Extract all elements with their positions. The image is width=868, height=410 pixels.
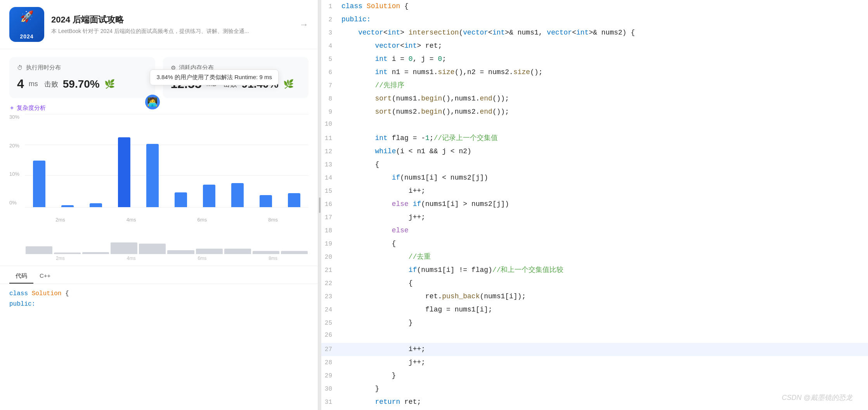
left-panel: 🚀 2024 2024 后端面试攻略 本 LeetBook 针对于 2024 后… <box>0 0 318 410</box>
line-content-17: j++; <box>341 211 868 224</box>
line-content-22: { <box>341 277 868 290</box>
code-line-10: 10 <box>321 119 868 132</box>
bar-group-7 <box>195 114 223 207</box>
code-line-9: 9 sort(nums2.begin(),nums2.end()); <box>321 106 868 119</box>
bar-7 <box>203 185 215 207</box>
bar-9 <box>260 195 272 207</box>
banner-title: 2024 后端面试攻略 <box>51 14 292 26</box>
line-content-23: ret.push_back(nums1[i]); <box>341 290 868 303</box>
chart-container: 30% 20% 10% 0% <box>9 114 308 223</box>
banner-arrow[interactable]: → <box>299 19 308 30</box>
chart2-section: 2ms 4ms 6ms 8ms <box>0 235 318 266</box>
line-content-2: public: <box>341 13 868 26</box>
line-content-25: } <box>341 317 868 329</box>
bar-8 <box>231 183 244 207</box>
line-content-28: j++; <box>341 356 868 369</box>
runtime-main: 4 ms 击败 59.70% 🌿 <box>17 77 147 91</box>
bar-1 <box>33 161 45 207</box>
line-content-3: vector<int> intersection(vector<int>& nu… <box>341 26 868 39</box>
line-num-31: 31 <box>321 397 341 408</box>
code-line-1: 1 class Solution { <box>321 0 868 13</box>
bar-group-8 <box>223 114 252 207</box>
right-panel-wrapper: 1 class Solution { 2 public: 3 vector<in… <box>321 0 868 410</box>
chart2-bar-4 <box>111 242 137 254</box>
line-num-5: 5 <box>321 54 341 66</box>
chart-tooltip: 3.84% 的用户使用了类似解法 Runtime: 9 ms <box>150 69 279 85</box>
code-editor[interactable]: 1 class Solution { 2 public: 3 vector<in… <box>321 0 868 410</box>
bar-group-6 <box>166 114 195 207</box>
line-num-18: 18 <box>321 225 341 237</box>
line-num-8: 8 <box>321 93 341 105</box>
line-num-10: 10 <box>321 119 341 130</box>
chart2-bar-10 <box>281 251 308 254</box>
line-content-4: vector<int> ret; <box>341 40 868 52</box>
line-num-16: 16 <box>321 199 341 211</box>
bar-group-2 <box>53 114 81 207</box>
code-line-24: 24 flag = nums1[i]; <box>321 303 868 317</box>
bar-2 <box>61 205 74 207</box>
line-content-31: return ret; <box>341 396 868 408</box>
line-content-14: if(nums1[i] < nums2[j]) <box>341 171 868 184</box>
tab-code[interactable]: 代码 <box>9 269 33 284</box>
chart2-bars-area <box>25 235 308 254</box>
line-num-25: 25 <box>321 318 341 329</box>
chart-section: 30% 20% 10% 0% <box>0 114 318 235</box>
line-num-2: 2 <box>321 14 341 26</box>
code-line-30: 30 } <box>321 382 868 396</box>
line-num-11: 11 <box>321 133 341 145</box>
y-label-0: 0% <box>9 200 19 206</box>
line-content-6: int n1 = nums1.size(),n2 = nums2.size(); <box>341 66 868 79</box>
code-line-26: 26 <box>321 330 868 343</box>
line-content-20: //去重 <box>341 251 868 263</box>
banner-year: 2024 <box>20 33 33 40</box>
line-num-6: 6 <box>321 67 341 79</box>
bar-group-1 <box>25 114 53 207</box>
line-num-29: 29 <box>321 370 341 382</box>
code-line-21: 21 if(nums1[i] != flag)//和上一个交集值比较 <box>321 264 868 277</box>
banner-icon: 🚀 2024 <box>9 7 44 42</box>
bar-group-4 <box>110 114 138 207</box>
rocket-icon: 🚀 <box>20 10 34 23</box>
line-content-13: { <box>341 158 868 171</box>
diamond-icon: ✦ <box>9 104 14 112</box>
code-line-3: 3 vector<int> intersection(vector<int>& … <box>321 26 868 40</box>
runtime-card: ⏱ 执行用时分布 4 ms 击败 59.70% 🌿 <box>9 57 155 98</box>
y-label-30: 30% <box>9 114 19 120</box>
line-content-24: flag = nums1[i]; <box>341 303 868 316</box>
line-num-4: 4 <box>321 41 341 52</box>
complexity-label: 复杂度分析 <box>17 104 46 112</box>
tab-cpp[interactable]: C++ <box>33 269 57 284</box>
banner-text: 2024 后端面试攻略 本 LeetBook 针对于 2024 后端岗位的面试高… <box>51 14 292 35</box>
line-content-1: class Solution { <box>341 0 868 13</box>
tooltip-text: 3.84% 的用户使用了类似解法 Runtime: 9 ms <box>156 74 272 80</box>
code-line-14: 14 if(nums1[i] < nums2[j]) <box>321 171 868 185</box>
chart2-bar-2 <box>54 253 81 254</box>
gridline-0 <box>25 207 308 208</box>
code-snippet: class Solution { public: <box>0 284 318 410</box>
code-line-17: 17 j++; <box>321 211 868 224</box>
line-num-13: 13 <box>321 159 341 171</box>
code-line-8: 8 sort(nums1.begin(),nums1.end()); <box>321 92 868 106</box>
bar-group-9 <box>252 114 280 207</box>
chart2-bar-1 <box>26 246 52 254</box>
chart-x-labels: 2ms 4ms 6ms 8ms <box>25 217 308 223</box>
bar-5-user <box>146 144 159 207</box>
chart2-x-2ms: 2ms <box>56 256 65 261</box>
banner[interactable]: 🚀 2024 2024 后端面试攻略 本 LeetBook 针对于 2024 后… <box>0 0 318 49</box>
chart2-bar-7 <box>196 249 223 254</box>
chart-y-labels: 30% 20% 10% 0% <box>9 114 19 207</box>
code-line-11: 11 int flag = -1;//记录上一个交集值 <box>321 132 868 145</box>
code-line-19: 19 { <box>321 237 868 251</box>
line-num-28: 28 <box>321 357 341 369</box>
line-content-27: i++; <box>341 343 868 356</box>
bar-10 <box>288 193 300 207</box>
bar-6 <box>175 192 187 207</box>
chart2-bar-3 <box>82 252 109 254</box>
code-line-5: 5 int i = 0, j = 0; <box>321 53 868 66</box>
line-content-29: } <box>341 369 868 382</box>
x-label-8ms: 8ms <box>268 217 278 223</box>
panel-divider[interactable] <box>318 0 321 410</box>
line-num-21: 21 <box>321 265 341 277</box>
bar-group-5: 🧑‍💻 3.84% 的用户使用了类似解法 Runtime: 9 ms <box>138 114 166 207</box>
line-num-24: 24 <box>321 304 341 316</box>
